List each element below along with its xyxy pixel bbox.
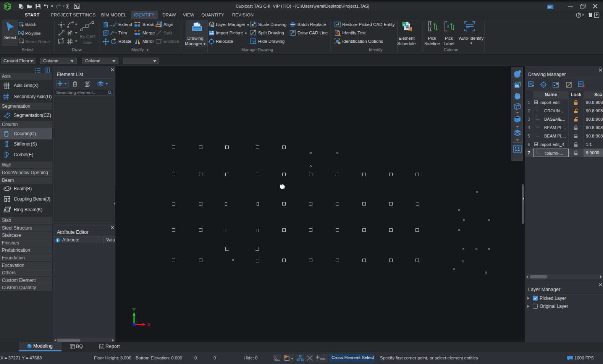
svg-text:X: X [147,322,150,328]
svg-text:Σ: Σ [66,3,70,9]
svg-text:Y: Y [133,308,136,312]
svg-text:?: ? [577,13,580,17]
svg-text:3D: 3D [515,84,519,88]
svg-text:x: x [403,23,405,26]
